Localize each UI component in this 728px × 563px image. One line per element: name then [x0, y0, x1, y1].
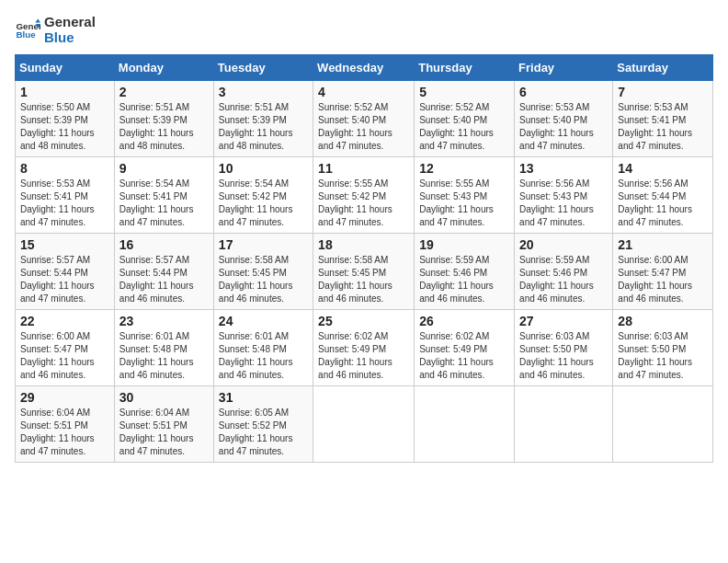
calendar-cell: 31Sunrise: 6:05 AMSunset: 5:52 PMDayligh…	[213, 386, 313, 463]
calendar-cell: 28Sunrise: 6:03 AMSunset: 5:50 PMDayligh…	[613, 310, 713, 386]
calendar-cell: 20Sunrise: 5:59 AMSunset: 5:46 PMDayligh…	[515, 234, 613, 310]
day-number: 13	[519, 161, 608, 176]
day-number: 19	[419, 237, 509, 252]
day-number: 8	[20, 161, 109, 176]
day-info: Sunrise: 6:00 AMSunset: 5:47 PMDaylight:…	[618, 255, 692, 304]
day-number: 15	[20, 237, 109, 252]
day-info: Sunrise: 5:57 AMSunset: 5:44 PMDaylight:…	[119, 255, 194, 304]
calendar-table: SundayMondayTuesdayWednesdayThursdayFrid…	[15, 54, 713, 463]
day-number: 4	[318, 85, 409, 99]
calendar-cell: 27Sunrise: 6:03 AMSunset: 5:50 PMDayligh…	[515, 310, 613, 386]
day-number: 20	[519, 237, 608, 252]
calendar-cell: 23Sunrise: 6:01 AMSunset: 5:48 PMDayligh…	[114, 310, 213, 386]
calendar-cell: 11Sunrise: 5:55 AMSunset: 5:42 PMDayligh…	[313, 157, 415, 234]
day-info: Sunrise: 5:51 AMSunset: 5:39 PMDaylight:…	[119, 102, 194, 151]
day-info: Sunrise: 5:53 AMSunset: 5:40 PMDaylight:…	[519, 102, 594, 151]
calendar-cell: 19Sunrise: 5:59 AMSunset: 5:46 PMDayligh…	[415, 234, 515, 310]
day-info: Sunrise: 5:56 AMSunset: 5:43 PMDaylight:…	[519, 178, 594, 227]
day-info: Sunrise: 5:58 AMSunset: 5:45 PMDaylight:…	[219, 255, 293, 304]
day-number: 11	[318, 161, 409, 176]
day-info: Sunrise: 6:01 AMSunset: 5:48 PMDaylight:…	[219, 331, 293, 380]
calendar-cell: 14Sunrise: 5:56 AMSunset: 5:44 PMDayligh…	[613, 157, 713, 234]
day-number: 25	[318, 314, 409, 328]
day-info: Sunrise: 6:00 AMSunset: 5:47 PMDaylight:…	[20, 331, 95, 380]
day-info: Sunrise: 5:51 AMSunset: 5:39 PMDaylight:…	[219, 102, 293, 151]
day-info: Sunrise: 6:02 AMSunset: 5:49 PMDaylight:…	[318, 331, 392, 380]
day-info: Sunrise: 5:53 AMSunset: 5:41 PMDaylight:…	[20, 178, 95, 227]
day-number: 9	[119, 161, 209, 176]
day-number: 26	[419, 314, 509, 328]
calendar-cell	[515, 386, 613, 463]
calendar-header-row: SundayMondayTuesdayWednesdayThursdayFrid…	[16, 55, 713, 81]
day-number: 16	[119, 237, 209, 252]
day-info: Sunrise: 6:04 AMSunset: 5:51 PMDaylight:…	[20, 408, 95, 456]
calendar-cell: 15Sunrise: 5:57 AMSunset: 5:44 PMDayligh…	[16, 234, 115, 310]
calendar-row-5: 29Sunrise: 6:04 AMSunset: 5:51 PMDayligh…	[16, 386, 713, 463]
calendar-row-3: 15Sunrise: 5:57 AMSunset: 5:44 PMDayligh…	[16, 234, 713, 310]
day-info: Sunrise: 5:58 AMSunset: 5:45 PMDaylight:…	[318, 255, 392, 304]
day-info: Sunrise: 6:04 AMSunset: 5:51 PMDaylight:…	[119, 408, 194, 456]
calendar-cell: 6Sunrise: 5:53 AMSunset: 5:40 PMDaylight…	[515, 81, 613, 157]
calendar-cell: 25Sunrise: 6:02 AMSunset: 5:49 PMDayligh…	[313, 310, 415, 386]
day-number: 18	[318, 237, 409, 252]
calendar-cell: 9Sunrise: 5:54 AMSunset: 5:41 PMDaylight…	[114, 157, 213, 234]
svg-text:Blue: Blue	[16, 29, 36, 40]
day-number: 17	[219, 237, 308, 252]
calendar-cell: 4Sunrise: 5:52 AMSunset: 5:40 PMDaylight…	[313, 81, 415, 157]
calendar-cell: 7Sunrise: 5:53 AMSunset: 5:41 PMDaylight…	[613, 81, 713, 157]
day-number: 31	[219, 390, 308, 405]
calendar-cell	[313, 386, 415, 463]
day-number: 6	[519, 85, 608, 99]
day-info: Sunrise: 6:01 AMSunset: 5:48 PMDaylight:…	[119, 331, 194, 380]
header-saturday: Saturday	[613, 55, 713, 81]
calendar-cell: 2Sunrise: 5:51 AMSunset: 5:39 PMDaylight…	[114, 81, 213, 157]
calendar-cell: 13Sunrise: 5:56 AMSunset: 5:43 PMDayligh…	[515, 157, 613, 234]
calendar-row-4: 22Sunrise: 6:00 AMSunset: 5:47 PMDayligh…	[16, 310, 713, 386]
calendar-cell	[415, 386, 515, 463]
calendar-cell	[613, 386, 713, 463]
calendar-cell: 1Sunrise: 5:50 AMSunset: 5:39 PMDaylight…	[16, 81, 115, 157]
day-info: Sunrise: 6:02 AMSunset: 5:49 PMDaylight:…	[419, 331, 494, 380]
day-info: Sunrise: 5:54 AMSunset: 5:41 PMDaylight:…	[119, 178, 194, 227]
day-number: 7	[618, 85, 708, 99]
day-info: Sunrise: 5:56 AMSunset: 5:44 PMDaylight:…	[618, 178, 692, 227]
day-number: 12	[419, 161, 509, 176]
calendar-cell: 8Sunrise: 5:53 AMSunset: 5:41 PMDaylight…	[16, 157, 115, 234]
calendar-cell: 17Sunrise: 5:58 AMSunset: 5:45 PMDayligh…	[213, 234, 313, 310]
logo-icon: General Blue	[15, 17, 40, 43]
logo-text-blue: Blue	[44, 30, 96, 46]
page-header: General Blue General Blue	[15, 15, 713, 45]
day-number: 14	[618, 161, 708, 176]
calendar-cell: 29Sunrise: 6:04 AMSunset: 5:51 PMDayligh…	[16, 386, 115, 463]
calendar-cell: 12Sunrise: 5:55 AMSunset: 5:43 PMDayligh…	[415, 157, 515, 234]
day-number: 24	[219, 314, 308, 328]
day-number: 2	[119, 85, 209, 99]
calendar-cell: 16Sunrise: 5:57 AMSunset: 5:44 PMDayligh…	[114, 234, 213, 310]
header-sunday: Sunday	[16, 55, 115, 81]
day-info: Sunrise: 5:54 AMSunset: 5:42 PMDaylight:…	[219, 178, 293, 227]
calendar-cell: 30Sunrise: 6:04 AMSunset: 5:51 PMDayligh…	[114, 386, 213, 463]
calendar-cell: 3Sunrise: 5:51 AMSunset: 5:39 PMDaylight…	[213, 81, 313, 157]
header-wednesday: Wednesday	[313, 55, 415, 81]
day-info: Sunrise: 6:03 AMSunset: 5:50 PMDaylight:…	[618, 331, 692, 380]
header-thursday: Thursday	[415, 55, 515, 81]
header-monday: Monday	[114, 55, 213, 81]
calendar-cell: 24Sunrise: 6:01 AMSunset: 5:48 PMDayligh…	[213, 310, 313, 386]
day-number: 22	[20, 314, 109, 328]
day-info: Sunrise: 5:57 AMSunset: 5:44 PMDaylight:…	[20, 255, 95, 304]
day-info: Sunrise: 5:55 AMSunset: 5:43 PMDaylight:…	[419, 178, 494, 227]
calendar-cell: 22Sunrise: 6:00 AMSunset: 5:47 PMDayligh…	[16, 310, 115, 386]
day-info: Sunrise: 5:50 AMSunset: 5:39 PMDaylight:…	[20, 102, 95, 151]
day-info: Sunrise: 6:03 AMSunset: 5:50 PMDaylight:…	[519, 331, 594, 380]
calendar-cell: 5Sunrise: 5:52 AMSunset: 5:40 PMDaylight…	[415, 81, 515, 157]
day-number: 3	[219, 85, 308, 99]
day-number: 27	[519, 314, 608, 328]
day-number: 23	[119, 314, 209, 328]
day-number: 10	[219, 161, 308, 176]
day-number: 28	[618, 314, 708, 328]
day-info: Sunrise: 5:52 AMSunset: 5:40 PMDaylight:…	[419, 102, 494, 151]
day-info: Sunrise: 6:05 AMSunset: 5:52 PMDaylight:…	[219, 408, 293, 456]
day-number: 1	[20, 85, 109, 99]
header-tuesday: Tuesday	[213, 55, 313, 81]
calendar-row-2: 8Sunrise: 5:53 AMSunset: 5:41 PMDaylight…	[16, 157, 713, 234]
